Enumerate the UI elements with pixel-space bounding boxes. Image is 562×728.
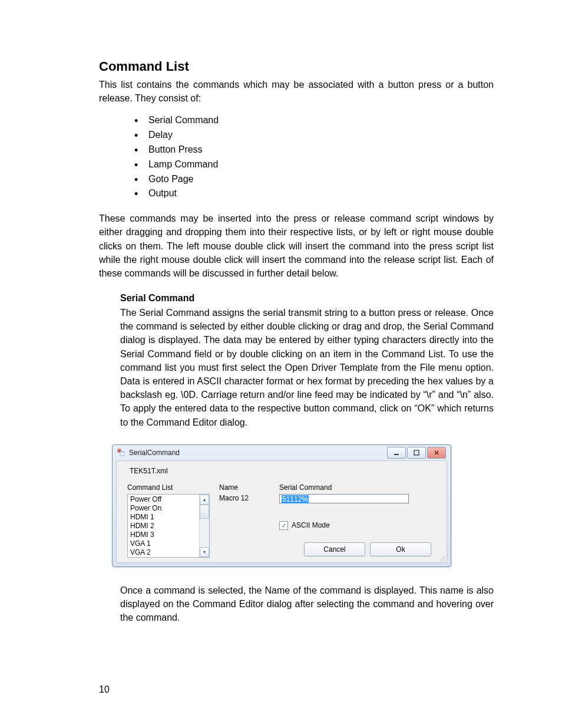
list-item: Goto Page [148, 172, 494, 187]
name-value: Macro 12 [219, 494, 278, 502]
list-item: Button Press [148, 143, 494, 157]
list-item[interactable]: Power Off [130, 495, 199, 504]
list-item: Delay [148, 128, 494, 143]
scroll-thumb[interactable] [200, 505, 209, 519]
svg-point-5 [444, 559, 445, 561]
name-column-label: Name [219, 483, 278, 492]
list-item[interactable]: VGA 2 [130, 548, 199, 557]
page-number: 10 [99, 684, 110, 695]
scroll-down-button[interactable]: ▾ [200, 547, 209, 557]
svg-rect-2 [120, 452, 124, 453]
svg-point-10 [440, 559, 441, 561]
intro-paragraph: This list contains the commands which ma… [99, 78, 494, 105]
serial-command-input[interactable]: 51112% [279, 494, 409, 503]
form-icon [117, 449, 125, 457]
cancel-button[interactable]: Cancel [304, 542, 365, 556]
ascii-mode-label: ASCII Mode [292, 521, 330, 529]
post-dialog-paragraph: Once a command is selected, the Name of … [120, 584, 494, 625]
svg-rect-3 [394, 454, 399, 455]
list-item[interactable]: HDMI 2 [130, 522, 199, 531]
dialog-titlebar[interactable]: SerialCommand [116, 445, 447, 460]
list-item[interactable]: Power On [130, 504, 199, 513]
sub-heading-serial-command: Serial Command [120, 293, 494, 304]
section-heading: Command List [99, 59, 494, 74]
resize-grip-icon[interactable] [438, 554, 445, 561]
serial-command-label: Serial Command [279, 483, 439, 492]
minimize-button[interactable] [387, 447, 406, 459]
list-item[interactable]: HDMI 3 [130, 531, 199, 539]
ok-button[interactable]: Ok [370, 542, 431, 556]
scroll-up-button[interactable]: ▴ [200, 495, 209, 505]
command-list-box[interactable]: Power Off Power On HDMI 1 HDMI 2 HDMI 3 … [127, 494, 210, 558]
list-item: Serial Command [148, 113, 494, 128]
listbox-scrollbar[interactable]: ▴ ▾ [199, 495, 209, 557]
explanatory-paragraph: These commands may be inserted into the … [99, 212, 494, 280]
serial-command-paragraph: The Serial Command assigns the serial tr… [120, 306, 494, 429]
dialog-title: SerialCommand [129, 449, 180, 457]
close-button[interactable] [427, 447, 446, 459]
svg-point-9 [442, 558, 443, 559]
ascii-mode-checkbox[interactable]: ✓ [279, 521, 288, 530]
serial-command-dialog: SerialCommand TEK51T.xml [112, 444, 451, 567]
svg-point-6 [444, 558, 445, 559]
svg-point-8 [444, 556, 445, 557]
svg-rect-4 [414, 450, 419, 455]
command-list-label: Command List [127, 483, 210, 492]
command-type-list: Serial Command Delay Button Press Lamp C… [99, 113, 494, 201]
maximize-button[interactable] [407, 447, 426, 459]
list-item[interactable]: HDMI 1 [130, 513, 199, 522]
list-item: Lamp Command [148, 157, 494, 172]
filename-label: TEK51T.xml [130, 467, 439, 475]
svg-point-7 [442, 559, 443, 561]
list-item[interactable]: VGA 1 [130, 539, 199, 548]
list-item: Output [148, 186, 494, 201]
